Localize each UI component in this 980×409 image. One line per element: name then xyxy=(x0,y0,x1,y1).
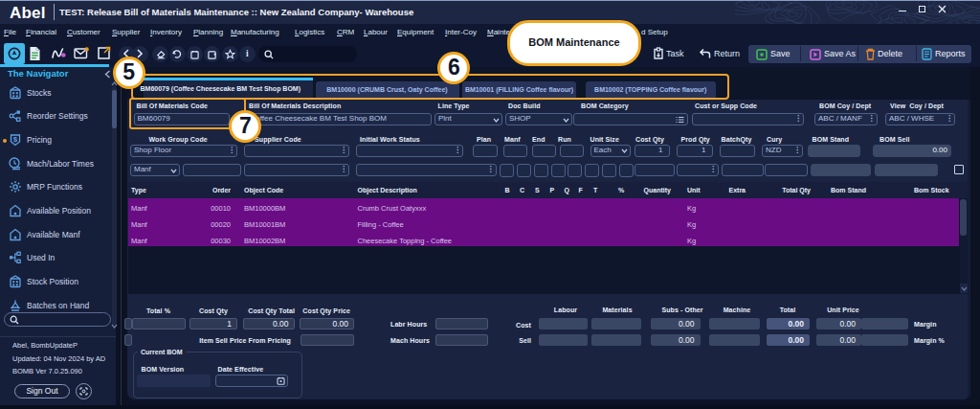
svg-text:$: $ xyxy=(13,135,18,144)
